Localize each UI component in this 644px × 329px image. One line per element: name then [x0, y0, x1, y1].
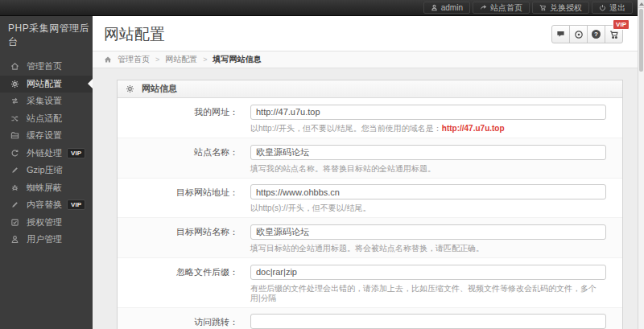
refresh-icon	[10, 149, 19, 158]
home-icon	[104, 56, 112, 64]
sidebar-item-label: 蜘蛛屏蔽	[27, 182, 62, 194]
buy-vip-button[interactable]: VIP	[605, 25, 623, 43]
breadcrumb-separator: >	[155, 56, 159, 64]
sidebar-item-label: 采集设置	[27, 95, 62, 107]
scrollbar-thumb[interactable]	[639, 9, 643, 72]
form-row-site-name: 站点名称： 填写我的站点名称。将替换目标站的全站通用标题。	[118, 138, 622, 178]
share-icon	[480, 4, 487, 11]
field-label: 目标网站名称：	[118, 226, 238, 238]
site-name-input[interactable]	[250, 145, 606, 160]
help-text: 以http://开头，但不要以/结尾。您当前使用的域名是：	[250, 124, 442, 133]
form-row-my-url: 我的网址： 以http://开头，但不要以/结尾。您当前使用的域名是：http:…	[118, 98, 622, 138]
form-row-target-name: 目标网站名称： 填写目标站的全站通用标题。将会被站点名称替换，请匹配正确。	[118, 217, 622, 257]
shuffle-icon	[10, 114, 19, 123]
topbar-admin-label: admin	[441, 3, 463, 12]
record-circle-icon	[574, 30, 584, 39]
breadcrumb-item-current: 填写网站信息	[213, 54, 262, 65]
folder-icon	[10, 131, 19, 140]
field-label: 站点名称：	[118, 146, 238, 158]
header-toolbar: VIP	[552, 25, 623, 43]
sidebar-item-external-links[interactable]: 外链处理 VIP	[0, 145, 93, 162]
power-icon	[599, 4, 606, 11]
app-logo: PHP采集网管理后台	[0, 16, 93, 58]
comment-button[interactable]	[551, 25, 570, 43]
field-help: 填写目标站的全站通用标题。将会被站点名称替换，请匹配正确。	[250, 244, 606, 253]
gear-icon	[10, 80, 19, 88]
sidebar-item-label: 用户管理	[27, 233, 62, 245]
form-row-ignore-ext: 忽略文件后缀： 有些后缀的文件处理会出错的，请添加上去，比如压缩文件、视频文件等…	[118, 257, 622, 307]
gear-icon	[126, 84, 134, 93]
sidebar-item-cache-settings[interactable]: 缓存设置	[0, 127, 93, 145]
sidebar-item-site-adapt[interactable]: 站点适配	[0, 110, 93, 128]
sidebar-item-users[interactable]: 用户管理	[0, 231, 93, 249]
home-icon	[10, 62, 19, 71]
form-rows: 我的网址： 以http://开头，但不要以/结尾。您当前使用的域名是：http:…	[118, 98, 622, 329]
page-header: 网站配置 VIP	[93, 16, 638, 51]
panel-title: 网站信息	[142, 83, 177, 95]
topbar-admin-button[interactable]: admin	[423, 2, 470, 14]
topbar-redeem-button[interactable]: 兑换授权	[532, 2, 589, 14]
topbar-logout-label: 退出	[609, 2, 625, 14]
field-label: 访问跳转：	[118, 316, 238, 328]
breadcrumb-separator: >	[203, 56, 207, 64]
user-icon	[10, 235, 19, 244]
field-label: 目标网站地址：	[118, 187, 238, 199]
topbar-logout-button[interactable]: 退出	[592, 2, 633, 14]
topbar-site-home-button[interactable]: 站点首页	[473, 2, 530, 14]
cart-icon	[539, 4, 547, 11]
topbar-redeem-label: 兑换授权	[550, 2, 582, 14]
sidebar-item-license[interactable]: 授权管理	[0, 214, 93, 232]
main-panel-wrapper: 网站信息 我的网址： 以http://开头，但不要以/结尾。您当前使用的域名是：…	[93, 68, 638, 329]
sidebar-item-collect-settings[interactable]: 采集设置	[0, 93, 93, 110]
current-domain-link[interactable]: http://47.u7u.top	[442, 124, 505, 133]
target-url-input[interactable]	[250, 184, 606, 199]
pencil-icon	[10, 200, 19, 209]
field-label: 忽略文件后缀：	[118, 266, 238, 278]
field-help: 以http(s)://开头，但不要以/结尾。	[250, 204, 606, 213]
sidebar-item-spider-block[interactable]: 蜘蛛屏蔽	[0, 179, 93, 197]
panel-header: 网站信息	[118, 80, 622, 98]
target-name-input[interactable]	[250, 224, 606, 240]
user-icon	[431, 4, 438, 11]
record-button[interactable]	[569, 25, 588, 43]
breadcrumb: 管理首页 > 网站配置 > 填写网站信息	[93, 51, 638, 68]
site-info-panel: 网站信息 我的网址： 以http://开头，但不要以/结尾。您当前使用的域名是：…	[117, 80, 623, 329]
my-url-input[interactable]	[250, 105, 606, 120]
topbar-menu: admin 站点首页 兑换授权 退出	[423, 2, 633, 14]
visit-redirect-input[interactable]	[250, 314, 606, 329]
scrollbar[interactable]	[638, 0, 644, 329]
help-button[interactable]	[587, 25, 605, 43]
vip-tag: VIP	[613, 19, 630, 30]
check-square-icon	[10, 218, 19, 227]
sidebar-item-label: 站点适配	[27, 113, 62, 125]
scrollbar-up-arrow[interactable]	[638, 0, 644, 8]
sidebar: PHP采集网管理后台 管理首页 网站配置 采集设置 站点适配 缓存设置 外链处理…	[0, 16, 93, 329]
breadcrumb-item-site-config[interactable]: 网站配置	[165, 54, 197, 65]
sidebar-item-label: 网站配置	[27, 78, 62, 90]
sidebar-item-site-config[interactable]: 网站配置	[0, 76, 93, 93]
field-help: 以http://开头，但不要以/结尾。您当前使用的域名是：http://47.u…	[250, 124, 606, 134]
sidebar-item-label: 缓存设置	[27, 130, 62, 142]
page-title: 网站配置	[104, 24, 626, 45]
pencil-icon	[10, 166, 19, 175]
sidebar-menu: 管理首页 网站配置 采集设置 站点适配 缓存设置 外链处理 VIP Gzip压缩	[0, 58, 93, 249]
form-row-target-url: 目标网站地址： 以http(s)://开头，但不要以/结尾。	[118, 178, 622, 218]
form-row-visit-redirect: 访问跳转： 可为主站引流，填写可访问的网址，留空则为不跳转。蜘蛛可正常爬取，只有…	[118, 307, 622, 329]
field-help: 有些后缀的文件处理会出错的，请添加上去，比如压缩文件、视频文件等修改会乱码的文件…	[250, 284, 606, 303]
topbar-site-home-label: 站点首页	[490, 2, 522, 14]
sidebar-item-label: 管理首页	[27, 60, 62, 72]
sidebar-item-content-replace[interactable]: 内容替换 VIP	[0, 196, 93, 214]
sidebar-item-dashboard[interactable]: 管理首页	[0, 58, 93, 76]
field-help: 填写我的站点名称。将替换目标站的全站通用标题。	[250, 164, 606, 174]
collect-icon	[10, 97, 19, 105]
ignore-ext-input[interactable]	[250, 265, 606, 280]
vip-badge: VIP	[67, 199, 85, 210]
sidebar-item-label: 授权管理	[27, 216, 62, 228]
breadcrumb-item-home[interactable]: 管理首页	[118, 54, 150, 65]
sidebar-item-label: 外链处理	[27, 147, 62, 159]
comment-icon	[556, 30, 565, 39]
sidebar-item-gzip[interactable]: Gzip压缩	[0, 162, 93, 179]
help-icon	[592, 30, 601, 39]
cart-icon	[609, 30, 619, 39]
sidebar-item-label: Gzip压缩	[27, 164, 63, 176]
